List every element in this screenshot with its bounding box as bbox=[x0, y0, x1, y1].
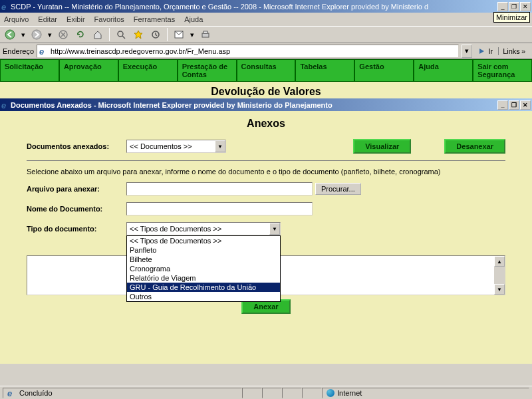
textarea-scrollbar[interactable]: ▲ ▼ bbox=[494, 256, 505, 295]
tipo-option[interactable]: << Tipos de Documentos >> bbox=[127, 236, 280, 245]
menu-exibir[interactable]: Exibir bbox=[66, 15, 85, 23]
scroll-up-icon[interactable]: ▲ bbox=[494, 256, 505, 267]
tab-sair[interactable]: Sair com Segurança bbox=[473, 59, 532, 82]
nome-input[interactable] bbox=[126, 202, 313, 215]
tab-aprovacao[interactable]: Aprovação bbox=[59, 59, 118, 82]
tab-consultas[interactable]: Consultas bbox=[237, 59, 296, 82]
tipo-select-btn[interactable]: ▼ bbox=[269, 223, 280, 235]
page-title: Devolução de Valores bbox=[0, 84, 532, 99]
search-button[interactable] bbox=[114, 27, 128, 42]
tipo-option[interactable]: Outros bbox=[127, 292, 280, 301]
minimize-tooltip: Minimizar bbox=[493, 12, 530, 23]
print-button[interactable] bbox=[198, 27, 213, 42]
menu-ajuda[interactable]: Ajuda bbox=[184, 15, 203, 23]
svg-rect-6 bbox=[202, 33, 209, 37]
tipo-select[interactable]: << Tipos de Documentos >> ▼ bbox=[126, 222, 281, 235]
popup-close-button[interactable]: ✕ bbox=[520, 100, 531, 110]
tab-gestao[interactable]: Gestão bbox=[354, 59, 414, 82]
go-label: Ir bbox=[488, 47, 493, 55]
tipo-option[interactable]: Panfleto bbox=[127, 245, 280, 255]
favorites-button[interactable] bbox=[131, 27, 146, 42]
mail-dropdown[interactable]: ▾ bbox=[189, 27, 196, 42]
svg-point-3 bbox=[118, 31, 123, 37]
desanexar-button[interactable]: Desanexar bbox=[444, 139, 505, 154]
status-ie-icon bbox=[7, 388, 17, 398]
internet-zone: Internet bbox=[322, 388, 529, 398]
main-title-text: SCDP - Yuratan -- Ministério do Planejam… bbox=[11, 3, 497, 11]
visualizar-button[interactable]: Visualizar bbox=[353, 139, 411, 154]
back-button[interactable] bbox=[3, 27, 17, 42]
mail-button[interactable] bbox=[172, 27, 186, 42]
svg-rect-7 bbox=[203, 31, 207, 33]
links-chevron-icon: » bbox=[521, 47, 525, 55]
refresh-button[interactable] bbox=[73, 27, 88, 42]
popup-content: Anexos Documentos anexados: << Documento… bbox=[0, 111, 532, 364]
svg-point-1 bbox=[32, 30, 41, 39]
ie-icon bbox=[1, 2, 11, 11]
status-text-section: Concluído bbox=[3, 388, 242, 398]
tipo-option[interactable]: Bilhete bbox=[127, 255, 280, 264]
popup-restore-button[interactable]: ❐ bbox=[509, 100, 519, 110]
menu-favoritos[interactable]: Favoritos bbox=[94, 15, 124, 23]
restore-button[interactable]: ❐ bbox=[509, 2, 519, 11]
zone-text: Internet bbox=[337, 389, 362, 397]
address-dropdown[interactable]: ▾ bbox=[462, 45, 472, 58]
status-cell-2 bbox=[262, 388, 282, 398]
tipo-dropdown-list: << Tipos de Documentos >>PanfletoBilhete… bbox=[126, 235, 281, 302]
home-button[interactable] bbox=[90, 27, 105, 42]
scroll-down-icon[interactable]: ▼ bbox=[494, 284, 505, 295]
docs-select[interactable]: << Documentos >> ▼ bbox=[126, 140, 226, 153]
address-label: Endereço bbox=[3, 47, 34, 55]
popup-ie-icon bbox=[1, 100, 11, 110]
address-url: http://www.treinascdp.redegoverno.gov.br… bbox=[51, 47, 230, 55]
popup-window: Documentos Anexados - Microsoft Internet… bbox=[0, 98, 532, 364]
forward-button[interactable] bbox=[29, 27, 44, 42]
popup-heading: Anexos bbox=[27, 118, 505, 130]
tipo-option[interactable]: GRU - Guia de Recolhimento da União bbox=[127, 283, 280, 292]
status-text: Concluído bbox=[19, 389, 53, 397]
go-icon bbox=[477, 47, 487, 56]
main-titlebar: SCDP - Yuratan -- Ministério do Planejam… bbox=[0, 0, 532, 13]
arquivo-label: Arquivo para anexar: bbox=[27, 185, 126, 193]
divider bbox=[27, 160, 505, 161]
docs-select-text: << Documentos >> bbox=[127, 142, 215, 150]
go-button[interactable]: Ir bbox=[475, 47, 495, 56]
menu-ferramentas[interactable]: Ferramentas bbox=[134, 15, 175, 23]
forward-dropdown[interactable]: ▾ bbox=[47, 27, 53, 42]
address-input[interactable]: http://www.treinascdp.redegoverno.gov.br… bbox=[37, 45, 459, 58]
tab-solicitacao[interactable]: Solicitação bbox=[0, 59, 59, 82]
tipo-label: Tipo do documento: bbox=[27, 225, 126, 233]
menu-editar[interactable]: Editar bbox=[38, 15, 57, 23]
tipo-select-text: << Tipos de Documentos >> bbox=[127, 225, 269, 233]
back-dropdown[interactable]: ▾ bbox=[20, 27, 27, 42]
status-cell-4 bbox=[302, 388, 322, 398]
popup-minimize-button[interactable]: _ bbox=[497, 100, 508, 110]
instruction-text: Selecione abaixo um arquivo para anexar,… bbox=[27, 168, 505, 176]
history-button[interactable] bbox=[148, 27, 163, 42]
tab-ajuda[interactable]: Ajuda bbox=[414, 59, 473, 82]
nav-tabs: Solicitação Aprovação Execução Prestação… bbox=[0, 59, 532, 82]
links-button[interactable]: Links » bbox=[498, 47, 529, 55]
links-label: Links bbox=[503, 47, 520, 55]
tab-execucao[interactable]: Execução bbox=[118, 59, 178, 82]
menubar: Arquivo Editar Exibir Favoritos Ferramen… bbox=[0, 13, 532, 26]
popup-titlebar: Documentos Anexados - Microsoft Internet… bbox=[0, 98, 532, 111]
menu-arquivo[interactable]: Arquivo bbox=[4, 15, 29, 23]
minimize-button[interactable]: _ bbox=[497, 2, 508, 11]
tab-prestacao[interactable]: Prestação de Contas bbox=[178, 59, 237, 82]
arquivo-input[interactable] bbox=[126, 182, 313, 196]
toolbar: ▾ ▾ ▾ bbox=[0, 26, 532, 43]
status-cell-3 bbox=[282, 388, 302, 398]
tipo-option[interactable]: Relatório de Viagem bbox=[127, 273, 280, 283]
popup-title-text: Documentos Anexados - Microsoft Internet… bbox=[11, 101, 497, 109]
stop-button[interactable] bbox=[56, 27, 70, 42]
tipo-option[interactable]: Cronograma bbox=[127, 264, 280, 273]
docs-select-btn[interactable]: ▼ bbox=[215, 140, 225, 152]
procurar-button[interactable]: Procurar... bbox=[315, 183, 361, 195]
tab-tabelas[interactable]: Tabelas bbox=[295, 59, 354, 82]
globe-icon bbox=[327, 389, 334, 397]
docs-label: Documentos anexados: bbox=[27, 142, 126, 150]
status-cell-1 bbox=[242, 388, 262, 398]
address-bar: Endereço http://www.treinascdp.redegover… bbox=[0, 43, 532, 59]
close-button[interactable]: ✕ bbox=[520, 2, 531, 11]
